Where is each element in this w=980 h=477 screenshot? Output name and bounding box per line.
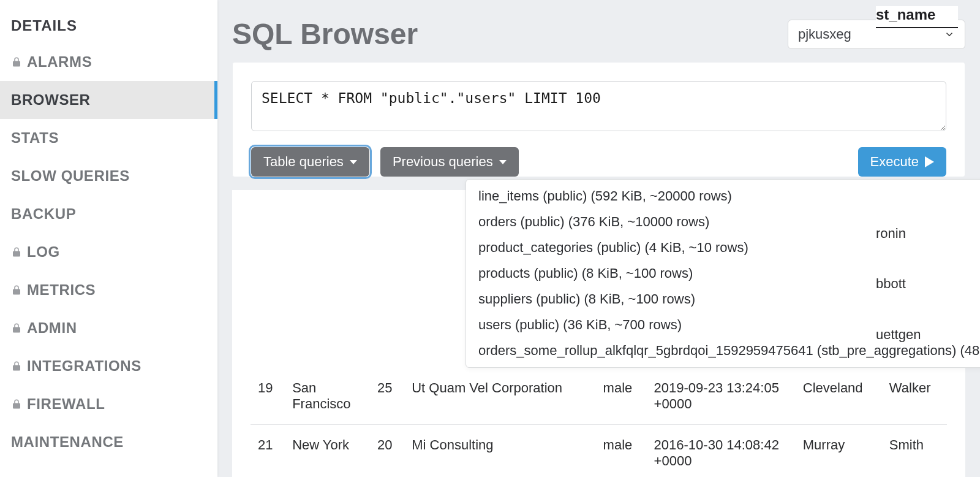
sidebar-item-stats[interactable]: STATS bbox=[0, 119, 217, 157]
button-label: Table queries bbox=[263, 154, 344, 170]
cell-last-name: Smith bbox=[882, 425, 947, 478]
sidebar-item-label: STATS bbox=[11, 129, 59, 147]
sidebar-item-label: BROWSER bbox=[11, 91, 91, 109]
sidebar-item-label: SLOW QUERIES bbox=[11, 167, 130, 185]
sidebar-item-integrations[interactable]: INTEGRATIONS bbox=[0, 347, 217, 385]
table-queries-button[interactable]: Table queries bbox=[251, 147, 369, 177]
caret-down-icon bbox=[499, 160, 507, 164]
cell-created-at: 2019-09-23 13:24:05 +0000 bbox=[647, 368, 796, 425]
sidebar-item-label: BACKUP bbox=[11, 205, 76, 223]
cell-city: San Francisco bbox=[285, 368, 370, 425]
sidebar-header: DETAILS bbox=[0, 0, 217, 43]
button-label: Execute bbox=[870, 154, 919, 170]
sidebar-item-label: MAINTENANCE bbox=[11, 433, 124, 451]
query-panel: Table queries Previous queries Execute bbox=[232, 62, 965, 177]
sidebar-item-log[interactable]: LOG bbox=[0, 233, 217, 271]
database-select-value: pjkusxeg bbox=[798, 26, 851, 42]
last-name-cell-fragment: uettgen bbox=[876, 327, 958, 343]
lock-icon bbox=[11, 321, 22, 335]
sidebar-item-alarms[interactable]: ALARMS bbox=[0, 43, 217, 81]
sidebar-item-label: LOG bbox=[27, 243, 60, 261]
cell-gender: male bbox=[596, 425, 647, 478]
sidebar-item-firewall[interactable]: FIREWALL bbox=[0, 385, 217, 423]
cell-id: 19 bbox=[251, 368, 285, 425]
chevron-down-icon bbox=[944, 29, 955, 40]
sidebar-item-label: FIREWALL bbox=[27, 395, 105, 413]
lock-icon bbox=[11, 283, 22, 297]
sidebar-item-admin[interactable]: ADMIN bbox=[0, 309, 217, 347]
cell-last-name: Walker bbox=[882, 368, 947, 425]
execute-button[interactable]: Execute bbox=[858, 147, 947, 177]
play-icon bbox=[925, 156, 934, 167]
previous-queries-button[interactable]: Previous queries bbox=[380, 147, 519, 177]
last-name-cell-fragment: bbott bbox=[876, 276, 958, 292]
cell-company: Ut Quam Vel Corporation bbox=[404, 368, 595, 425]
cell-age: 20 bbox=[370, 425, 404, 478]
sidebar-item-maintenance[interactable]: MAINTENANCE bbox=[0, 423, 217, 461]
cell-gender: male bbox=[596, 368, 647, 425]
cell-created-at: 2016-10-30 14:08:42 +0000 bbox=[647, 425, 796, 478]
main: SQL Browser pjkusxeg Table queries Previ… bbox=[217, 0, 980, 477]
sidebar-item-slow-queries[interactable]: SLOW QUERIES bbox=[0, 157, 217, 195]
button-label: Previous queries bbox=[393, 154, 493, 170]
cell-first-name: Murray bbox=[796, 425, 882, 478]
main-header: SQL Browser pjkusxeg bbox=[232, 0, 965, 62]
last-name-cell-fragment: ronin bbox=[876, 226, 958, 242]
sidebar: DETAILS ALARMS BROWSER STATS SLOW QUERIE… bbox=[0, 0, 217, 477]
dropdown-item[interactable]: line_items (public) (592 KiB, ~20000 row… bbox=[466, 183, 980, 209]
cell-first-name: Cleveland bbox=[796, 368, 882, 425]
lock-icon bbox=[11, 55, 22, 69]
sidebar-item-label: METRICS bbox=[27, 281, 96, 299]
sidebar-item-label: ADMIN bbox=[27, 319, 77, 337]
page-title: SQL Browser bbox=[232, 17, 418, 51]
lock-icon bbox=[11, 397, 22, 411]
lock-icon bbox=[11, 359, 22, 373]
sql-input[interactable] bbox=[251, 81, 946, 131]
last-name-header-fragment: st_name bbox=[876, 6, 958, 28]
sidebar-item-metrics[interactable]: METRICS bbox=[0, 271, 217, 309]
sidebar-item-label: ALARMS bbox=[27, 53, 92, 71]
sidebar-item-label: INTEGRATIONS bbox=[27, 357, 141, 375]
sidebar-item-browser[interactable]: BROWSER bbox=[0, 81, 217, 119]
table-row[interactable]: 19 San Francisco 25 Ut Quam Vel Corporat… bbox=[251, 368, 947, 425]
table-row[interactable]: 21 New York 20 Mi Consulting male 2016-1… bbox=[251, 425, 947, 478]
cell-company: Mi Consulting bbox=[404, 425, 595, 478]
sidebar-item-backup[interactable]: BACKUP bbox=[0, 195, 217, 233]
query-toolbar: Table queries Previous queries Execute bbox=[251, 134, 946, 177]
cell-id: 21 bbox=[251, 425, 285, 478]
cell-city: New York bbox=[285, 425, 370, 478]
caret-down-icon bbox=[350, 160, 357, 164]
lock-icon bbox=[11, 245, 22, 259]
cell-age: 25 bbox=[370, 368, 404, 425]
